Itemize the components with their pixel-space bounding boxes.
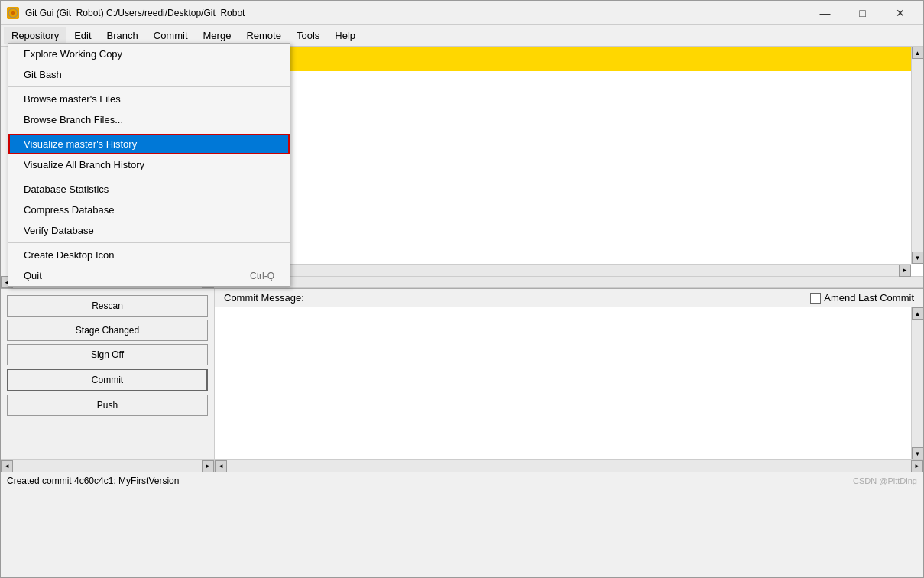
commit-scroll-right[interactable]: ► (911, 460, 923, 472)
push-button[interactable]: Push (7, 395, 208, 416)
window-controls: — □ ✕ (808, 2, 917, 24)
amend-checkbox[interactable] (810, 293, 821, 304)
commit-scroll-up[interactable]: ▲ (912, 307, 924, 320)
quit-shortcut: Ctrl-Q (250, 271, 274, 281)
title-bar: Git Gui (Git_Robot) C:/Users/reedi/Deskt… (1, 1, 923, 25)
bottom-left-scroll[interactable]: ◄ ► (1, 459, 214, 472)
menu-commit[interactable]: Commit (146, 27, 196, 44)
amend-area: Amend Last Commit (810, 292, 914, 304)
app-icon (7, 7, 19, 19)
separator-1 (8, 86, 290, 87)
menu-verify-db[interactable]: Verify Database (8, 220, 290, 241)
menu-tools[interactable]: Tools (289, 27, 327, 44)
amend-label: Amend Last Commit (824, 292, 914, 304)
menu-db-statistics[interactable]: Database Statistics (8, 179, 290, 200)
menu-visualize-all[interactable]: Visualize All Branch History (8, 154, 290, 175)
commit-text-container: ▲ ▼ (215, 307, 923, 459)
commit-message-textarea[interactable] (215, 307, 911, 459)
bottom-scrollbar-h[interactable]: ◄ ► (215, 264, 911, 276)
repository-dropdown: Explore Working Copy Git Bash Browse mas… (8, 43, 290, 287)
menu-git-bash[interactable]: Git Bash (8, 64, 290, 85)
bottom-left-panel: Rescan Stage Changed Sign Off Commit Pus… (1, 289, 215, 472)
menu-visualize-master[interactable]: Visualize master's History (8, 134, 290, 154)
menu-edit[interactable]: Edit (66, 27, 99, 44)
commit-scroll-left[interactable]: ◄ (215, 460, 227, 472)
scroll-up-arrow[interactable]: ▲ (912, 47, 924, 59)
menu-browse-master[interactable]: Browse master's Files (8, 89, 290, 109)
status-message: Created commit 4c60c4c1: MyFirstVersion (7, 476, 179, 486)
bottom-right-panel: Commit Message: Amend Last Commit ▲ ▼ (215, 289, 923, 472)
menu-help[interactable]: Help (327, 27, 363, 44)
commit-message-header: Commit Message: Amend Last Commit (215, 289, 923, 307)
commit-scroll-down[interactable]: ▼ (912, 447, 924, 459)
menu-compress-db[interactable]: Compress Database (8, 200, 290, 220)
maximize-button[interactable]: □ (845, 2, 880, 24)
right-scrollbar-h-mid[interactable] (215, 277, 923, 287)
action-buttons-panel: Rescan Stage Changed Sign Off Commit Pus… (1, 289, 214, 422)
menu-merge[interactable]: Merge (196, 27, 239, 44)
close-button[interactable]: ✕ (883, 2, 917, 24)
window-title: Git Gui (Git_Robot) C:/Users/reedi/Deskt… (25, 8, 808, 18)
rescan-button[interactable]: Rescan (7, 295, 208, 317)
right-scrollbar-v[interactable]: ▲ ▼ (911, 47, 923, 264)
commit-scrollbar-h[interactable]: ◄ ► (215, 459, 923, 472)
commit-message-label: Commit Message: (224, 292, 304, 304)
bottom-pane: Rescan Stage Changed Sign Off Commit Pus… (1, 288, 923, 472)
menu-repository[interactable]: Repository (4, 27, 66, 44)
diff-view (215, 71, 923, 276)
separator-3 (8, 177, 290, 177)
bl-scroll-right[interactable]: ► (202, 460, 214, 472)
menu-quit[interactable]: Quit Ctrl-Q (8, 265, 290, 286)
status-bar: Created commit 4c60c4c1: MyFirstVersion … (1, 472, 923, 489)
main-window: Git Gui (Git_Robot) C:/Users/reedi/Deskt… (0, 0, 924, 578)
separator-4 (8, 242, 290, 243)
minimize-button[interactable]: — (808, 2, 842, 24)
menu-explore-working[interactable]: Explore Working Copy (8, 44, 290, 64)
menu-remote[interactable]: Remote (238, 27, 289, 44)
yellow-header-bar (215, 47, 923, 71)
bl-scroll-left[interactable]: ◄ (1, 460, 13, 472)
right-panel-top: ▲ ▼ ◄ ► (215, 47, 923, 276)
commit-scrollbar-v[interactable]: ▲ ▼ (911, 307, 923, 459)
scroll-right-arrow[interactable]: ► (899, 265, 911, 277)
watermark: CSDN @PittDing (853, 476, 917, 485)
menu-branch[interactable]: Branch (99, 27, 146, 44)
menu-browse-branch[interactable]: Browse Branch Files... (8, 109, 290, 130)
menu-create-desktop[interactable]: Create Desktop Icon (8, 245, 290, 265)
scroll-down-arrow[interactable]: ▼ (912, 252, 924, 264)
commit-button[interactable]: Commit (7, 369, 208, 391)
separator-2 (8, 132, 290, 132)
stage-changed-button[interactable]: Stage Changed (7, 320, 208, 341)
sign-off-button[interactable]: Sign Off (7, 344, 208, 365)
